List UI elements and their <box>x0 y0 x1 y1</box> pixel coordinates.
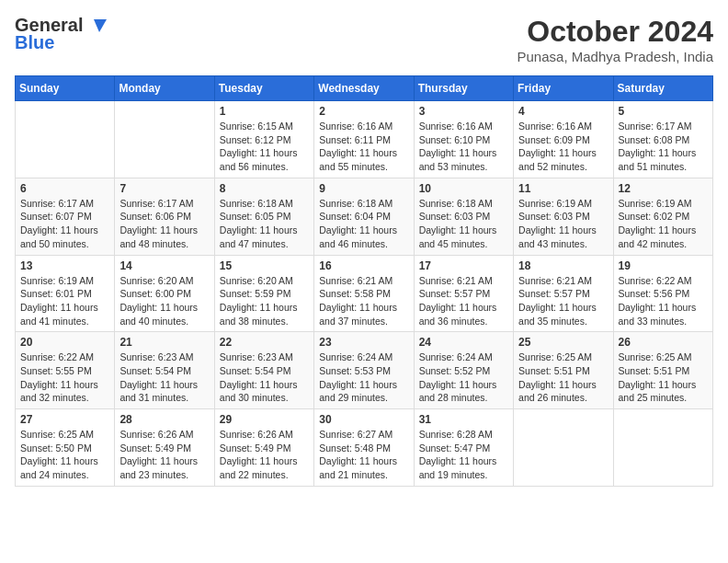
calendar-cell: 3Sunrise: 6:16 AMSunset: 6:10 PMDaylight… <box>414 101 513 178</box>
day-number: 9 <box>319 182 408 195</box>
day-info: Sunrise: 6:24 AMSunset: 5:53 PMDaylight:… <box>319 350 408 405</box>
day-number: 15 <box>220 259 309 272</box>
day-info: Sunrise: 6:18 AMSunset: 6:03 PMDaylight:… <box>419 197 508 251</box>
calendar-header-row: SundayMondayTuesdayWednesdayThursdayFrid… <box>16 76 713 101</box>
day-number: 5 <box>619 105 708 118</box>
day-info: Sunrise: 6:25 AMSunset: 5:51 PMDaylight:… <box>619 350 708 405</box>
calendar-cell: 24Sunrise: 6:24 AMSunset: 5:52 PMDayligh… <box>414 332 513 409</box>
calendar-cell: 6Sunrise: 6:17 AMSunset: 6:07 PMDaylight… <box>16 178 115 255</box>
day-number: 23 <box>319 336 408 349</box>
weekday-header-thursday: Thursday <box>414 76 513 101</box>
calendar-cell: 20Sunrise: 6:22 AMSunset: 5:55 PMDayligh… <box>16 332 115 409</box>
calendar-cell: 31Sunrise: 6:28 AMSunset: 5:47 PMDayligh… <box>414 409 513 487</box>
day-info: Sunrise: 6:17 AMSunset: 6:07 PMDaylight:… <box>20 197 109 251</box>
weekday-header-wednesday: Wednesday <box>314 76 414 101</box>
calendar-cell: 29Sunrise: 6:26 AMSunset: 5:49 PMDayligh… <box>214 409 313 487</box>
calendar-cell: 1Sunrise: 6:15 AMSunset: 6:12 PMDaylight… <box>214 101 313 178</box>
day-number: 24 <box>419 336 508 349</box>
logo-icon <box>86 17 107 34</box>
calendar-cell: 19Sunrise: 6:22 AMSunset: 5:56 PMDayligh… <box>613 255 712 332</box>
calendar-cell <box>115 101 214 178</box>
calendar-cell: 5Sunrise: 6:17 AMSunset: 6:08 PMDaylight… <box>613 101 712 178</box>
day-number: 17 <box>419 259 508 272</box>
calendar-cell: 11Sunrise: 6:19 AMSunset: 6:03 PMDayligh… <box>514 178 613 255</box>
calendar-cell: 7Sunrise: 6:17 AMSunset: 6:06 PMDaylight… <box>115 178 214 255</box>
calendar-cell: 28Sunrise: 6:26 AMSunset: 5:49 PMDayligh… <box>115 409 214 487</box>
day-info: Sunrise: 6:20 AMSunset: 5:59 PMDaylight:… <box>220 274 309 328</box>
calendar-cell: 9Sunrise: 6:18 AMSunset: 6:04 PMDaylight… <box>314 178 414 255</box>
calendar-week-5: 27Sunrise: 6:25 AMSunset: 5:50 PMDayligh… <box>16 409 713 487</box>
calendar-cell: 12Sunrise: 6:19 AMSunset: 6:02 PMDayligh… <box>613 178 712 255</box>
day-number: 13 <box>20 259 109 272</box>
svg-marker-0 <box>94 19 107 32</box>
day-info: Sunrise: 6:22 AMSunset: 5:56 PMDaylight:… <box>619 274 708 328</box>
calendar-week-4: 20Sunrise: 6:22 AMSunset: 5:55 PMDayligh… <box>16 332 713 409</box>
calendar-week-2: 6Sunrise: 6:17 AMSunset: 6:07 PMDaylight… <box>16 178 713 255</box>
weekday-header-saturday: Saturday <box>613 76 712 101</box>
day-number: 26 <box>619 336 708 349</box>
day-number: 30 <box>319 413 408 426</box>
title-block: October 2024 Punasa, Madhya Pradesh, Ind… <box>518 15 713 64</box>
day-info: Sunrise: 6:27 AMSunset: 5:48 PMDaylight:… <box>319 428 408 482</box>
day-number: 31 <box>419 413 508 426</box>
weekday-header-tuesday: Tuesday <box>214 76 313 101</box>
calendar-cell: 22Sunrise: 6:23 AMSunset: 5:54 PMDayligh… <box>214 332 313 409</box>
day-number: 6 <box>20 182 109 195</box>
day-info: Sunrise: 6:22 AMSunset: 5:55 PMDaylight:… <box>20 350 109 405</box>
weekday-header-monday: Monday <box>115 76 214 101</box>
day-info: Sunrise: 6:17 AMSunset: 6:08 PMDaylight:… <box>619 120 708 174</box>
calendar-cell: 27Sunrise: 6:25 AMSunset: 5:50 PMDayligh… <box>16 409 115 487</box>
day-info: Sunrise: 6:28 AMSunset: 5:47 PMDaylight:… <box>419 428 508 482</box>
day-info: Sunrise: 6:21 AMSunset: 5:58 PMDaylight:… <box>319 274 408 328</box>
calendar-cell <box>613 409 712 487</box>
day-info: Sunrise: 6:16 AMSunset: 6:09 PMDaylight:… <box>518 120 608 174</box>
day-info: Sunrise: 6:23 AMSunset: 5:54 PMDaylight:… <box>119 350 209 405</box>
day-number: 11 <box>518 182 608 195</box>
day-info: Sunrise: 6:19 AMSunset: 6:01 PMDaylight:… <box>20 274 109 328</box>
day-number: 14 <box>119 259 209 272</box>
calendar-cell: 13Sunrise: 6:19 AMSunset: 6:01 PMDayligh… <box>16 255 115 332</box>
calendar-week-1: 1Sunrise: 6:15 AMSunset: 6:12 PMDaylight… <box>16 101 713 178</box>
day-info: Sunrise: 6:18 AMSunset: 6:04 PMDaylight:… <box>319 197 408 251</box>
day-info: Sunrise: 6:19 AMSunset: 6:03 PMDaylight:… <box>518 197 608 251</box>
calendar-cell: 16Sunrise: 6:21 AMSunset: 5:58 PMDayligh… <box>314 255 414 332</box>
day-number: 20 <box>20 336 109 349</box>
day-number: 12 <box>619 182 708 195</box>
day-info: Sunrise: 6:24 AMSunset: 5:52 PMDaylight:… <box>419 350 508 405</box>
calendar-cell: 30Sunrise: 6:27 AMSunset: 5:48 PMDayligh… <box>314 409 414 487</box>
day-info: Sunrise: 6:15 AMSunset: 6:12 PMDaylight:… <box>220 120 309 174</box>
day-number: 10 <box>419 182 508 195</box>
calendar-week-3: 13Sunrise: 6:19 AMSunset: 6:01 PMDayligh… <box>16 255 713 332</box>
calendar-cell: 2Sunrise: 6:16 AMSunset: 6:11 PMDaylight… <box>314 101 414 178</box>
page-header: General Blue October 2024 Punasa, Madhya… <box>15 15 713 64</box>
day-info: Sunrise: 6:18 AMSunset: 6:05 PMDaylight:… <box>220 197 309 251</box>
calendar-cell: 25Sunrise: 6:25 AMSunset: 5:51 PMDayligh… <box>514 332 613 409</box>
day-number: 28 <box>119 413 209 426</box>
day-number: 21 <box>119 336 209 349</box>
location: Punasa, Madhya Pradesh, India <box>518 49 713 64</box>
day-number: 25 <box>518 336 608 349</box>
calendar-cell: 21Sunrise: 6:23 AMSunset: 5:54 PMDayligh… <box>115 332 214 409</box>
calendar-cell: 18Sunrise: 6:21 AMSunset: 5:57 PMDayligh… <box>514 255 613 332</box>
calendar-cell: 23Sunrise: 6:24 AMSunset: 5:53 PMDayligh… <box>314 332 414 409</box>
day-number: 1 <box>220 105 309 118</box>
day-info: Sunrise: 6:21 AMSunset: 5:57 PMDaylight:… <box>518 274 608 328</box>
calendar-cell <box>514 409 613 487</box>
logo: General Blue <box>15 15 107 53</box>
day-info: Sunrise: 6:19 AMSunset: 6:02 PMDaylight:… <box>619 197 708 251</box>
day-number: 4 <box>518 105 608 118</box>
calendar-cell: 14Sunrise: 6:20 AMSunset: 6:00 PMDayligh… <box>115 255 214 332</box>
month-title: October 2024 <box>518 15 713 49</box>
weekday-header-sunday: Sunday <box>16 76 115 101</box>
day-number: 3 <box>419 105 508 118</box>
day-info: Sunrise: 6:17 AMSunset: 6:06 PMDaylight:… <box>119 197 209 251</box>
calendar-table: SundayMondayTuesdayWednesdayThursdayFrid… <box>15 75 713 487</box>
day-number: 2 <box>319 105 408 118</box>
day-info: Sunrise: 6:25 AMSunset: 5:51 PMDaylight:… <box>518 350 608 405</box>
day-number: 7 <box>119 182 209 195</box>
day-info: Sunrise: 6:16 AMSunset: 6:11 PMDaylight:… <box>319 120 408 174</box>
calendar-cell: 17Sunrise: 6:21 AMSunset: 5:57 PMDayligh… <box>414 255 513 332</box>
day-info: Sunrise: 6:21 AMSunset: 5:57 PMDaylight:… <box>419 274 508 328</box>
day-info: Sunrise: 6:26 AMSunset: 5:49 PMDaylight:… <box>119 428 209 482</box>
day-info: Sunrise: 6:16 AMSunset: 6:10 PMDaylight:… <box>419 120 508 174</box>
